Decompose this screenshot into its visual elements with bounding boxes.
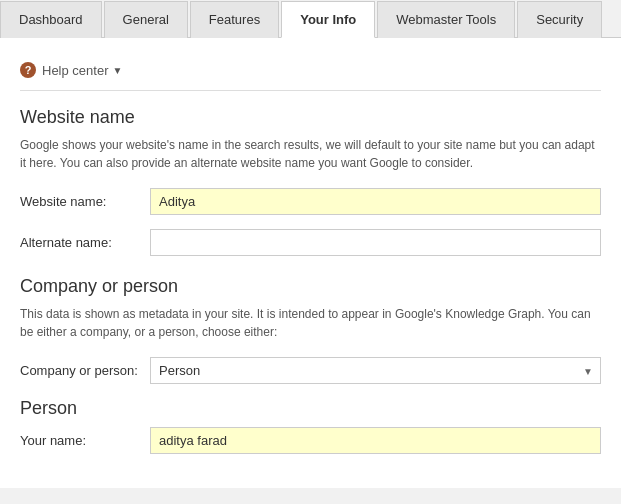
help-icon: ? — [20, 62, 36, 78]
alternate-name-input[interactable] — [150, 229, 601, 256]
tab-security[interactable]: Security — [517, 1, 602, 38]
website-name-section-desc: Google shows your website's name in the … — [20, 136, 601, 172]
your-name-label: Your name: — [20, 433, 150, 448]
help-dropdown-arrow[interactable]: ▼ — [112, 65, 122, 76]
person-section-title: Person — [20, 398, 601, 419]
tab-webmaster-tools[interactable]: Webmaster Tools — [377, 1, 515, 38]
company-person-row: Company or person: Person Company — [20, 357, 601, 384]
website-name-label: Website name: — [20, 194, 150, 209]
tab-features[interactable]: Features — [190, 1, 279, 38]
company-person-section-desc: This data is shown as metadata in your s… — [20, 305, 601, 341]
your-name-input[interactable] — [150, 427, 601, 454]
alternate-name-row: Alternate name: — [20, 229, 601, 256]
website-name-row: Website name: — [20, 188, 601, 215]
tab-dashboard[interactable]: Dashboard — [0, 1, 102, 38]
your-name-row: Your name: — [20, 427, 601, 454]
tab-your-info[interactable]: Your Info — [281, 1, 375, 38]
tab-general[interactable]: General — [104, 1, 188, 38]
help-bar: ? Help center ▼ — [20, 54, 601, 91]
website-name-section-title: Website name — [20, 107, 601, 128]
website-name-input[interactable] — [150, 188, 601, 215]
company-person-label: Company or person: — [20, 363, 150, 378]
tab-bar: Dashboard General Features Your Info Web… — [0, 0, 621, 38]
company-person-section-title: Company or person — [20, 276, 601, 297]
help-center-link[interactable]: Help center — [42, 63, 108, 78]
company-person-select[interactable]: Person Company — [150, 357, 601, 384]
content-area: ? Help center ▼ Website name Google show… — [0, 38, 621, 488]
alternate-name-label: Alternate name: — [20, 235, 150, 250]
company-person-select-wrapper: Person Company — [150, 357, 601, 384]
